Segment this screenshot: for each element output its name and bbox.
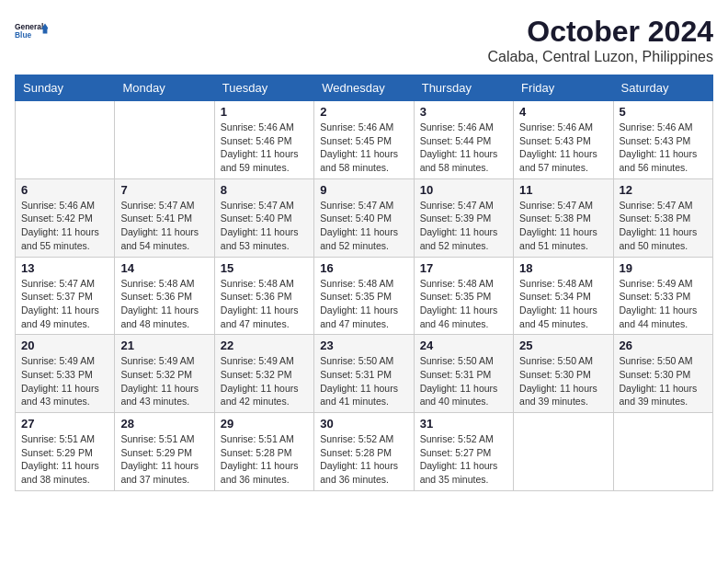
day-number: 31 (420, 417, 507, 431)
calendar-cell-0-1 (115, 101, 214, 179)
calendar-cell-4-0: 27 Sunrise: 5:51 AMSunset: 5:29 PMDaylig… (16, 413, 115, 491)
day-info: Sunrise: 5:48 AMSunset: 5:36 PMDaylight:… (221, 278, 299, 329)
calendar-cell-0-3: 2 Sunrise: 5:46 AMSunset: 5:45 PMDayligh… (314, 101, 414, 179)
day-number: 8 (221, 183, 308, 197)
calendar-cell-4-3: 30 Sunrise: 5:52 AMSunset: 5:28 PMDaylig… (314, 413, 414, 491)
day-info: Sunrise: 5:48 AMSunset: 5:34 PMDaylight:… (519, 278, 597, 329)
calendar-cell-1-0: 6 Sunrise: 5:46 AMSunset: 5:42 PMDayligh… (16, 178, 115, 257)
day-number: 16 (320, 261, 407, 275)
logo: General Blue (15, 15, 48, 48)
day-number: 21 (120, 339, 208, 352)
day-info: Sunrise: 5:46 AMSunset: 5:43 PMDaylight:… (519, 121, 597, 173)
day-info: Sunrise: 5:48 AMSunset: 5:35 PMDaylight:… (420, 278, 498, 329)
calendar-cell-0-5: 4 Sunrise: 5:46 AMSunset: 5:43 PMDayligh… (514, 101, 613, 179)
calendar-cell-2-3: 16 Sunrise: 5:48 AMSunset: 5:35 PMDaylig… (314, 257, 414, 335)
svg-text:Blue: Blue (15, 30, 32, 40)
day-info: Sunrise: 5:50 AMSunset: 5:30 PMDaylight:… (519, 355, 597, 407)
day-info: Sunrise: 5:52 AMSunset: 5:27 PMDaylight:… (420, 433, 498, 485)
calendar-cell-3-0: 20 Sunrise: 5:49 AMSunset: 5:33 PMDaylig… (16, 335, 115, 413)
calendar-cell-3-4: 24 Sunrise: 5:50 AMSunset: 5:31 PMDaylig… (414, 335, 513, 413)
calendar-cell-0-6: 5 Sunrise: 5:46 AMSunset: 5:43 PMDayligh… (613, 101, 712, 179)
svg-text:General: General (15, 22, 43, 31)
week-row-2: 6 Sunrise: 5:46 AMSunset: 5:42 PMDayligh… (16, 178, 713, 257)
calendar-cell-3-1: 21 Sunrise: 5:49 AMSunset: 5:32 PMDaylig… (115, 335, 214, 413)
day-number: 6 (21, 183, 108, 197)
header-sunday: Sunday (16, 75, 115, 101)
week-row-5: 27 Sunrise: 5:51 AMSunset: 5:29 PMDaylig… (16, 413, 713, 491)
day-number: 25 (519, 339, 607, 352)
day-info: Sunrise: 5:52 AMSunset: 5:28 PMDaylight:… (320, 433, 398, 485)
day-number: 17 (420, 261, 507, 275)
header-tuesday: Tuesday (214, 75, 313, 101)
week-row-3: 13 Sunrise: 5:47 AMSunset: 5:37 PMDaylig… (16, 257, 713, 335)
calendar-cell-3-5: 25 Sunrise: 5:50 AMSunset: 5:30 PMDaylig… (514, 335, 613, 413)
month-title: October 2024 (488, 15, 713, 49)
day-number: 18 (519, 261, 607, 275)
header-thursday: Thursday (414, 75, 513, 101)
day-info: Sunrise: 5:47 AMSunset: 5:40 PMDaylight:… (320, 200, 398, 251)
header-friday: Friday (514, 75, 613, 101)
calendar-cell-2-2: 15 Sunrise: 5:48 AMSunset: 5:36 PMDaylig… (214, 257, 313, 335)
calendar-cell-2-6: 19 Sunrise: 5:49 AMSunset: 5:33 PMDaylig… (613, 257, 712, 335)
day-number: 3 (420, 105, 507, 119)
day-info: Sunrise: 5:48 AMSunset: 5:36 PMDaylight:… (120, 278, 199, 329)
day-number: 15 (221, 261, 308, 275)
day-number: 10 (420, 183, 507, 197)
day-info: Sunrise: 5:49 AMSunset: 5:32 PMDaylight:… (221, 355, 299, 407)
day-number: 14 (120, 261, 208, 275)
day-number: 20 (21, 339, 108, 352)
calendar-cell-1-6: 12 Sunrise: 5:47 AMSunset: 5:38 PMDaylig… (613, 178, 712, 257)
day-number: 2 (320, 105, 407, 119)
calendar-cell-2-0: 13 Sunrise: 5:47 AMSunset: 5:37 PMDaylig… (16, 257, 115, 335)
header-wednesday: Wednesday (314, 75, 414, 101)
day-number: 26 (620, 339, 707, 352)
day-info: Sunrise: 5:47 AMSunset: 5:39 PMDaylight:… (420, 200, 498, 251)
day-number: 19 (620, 261, 707, 275)
day-info: Sunrise: 5:47 AMSunset: 5:41 PMDaylight:… (120, 200, 199, 251)
header-saturday: Saturday (613, 75, 712, 101)
day-info: Sunrise: 5:47 AMSunset: 5:38 PMDaylight:… (620, 200, 698, 251)
calendar-cell-4-2: 29 Sunrise: 5:51 AMSunset: 5:28 PMDaylig… (214, 413, 313, 491)
calendar-cell-1-3: 9 Sunrise: 5:47 AMSunset: 5:40 PMDayligh… (314, 178, 414, 257)
day-number: 11 (519, 183, 607, 197)
day-number: 13 (21, 261, 108, 275)
day-info: Sunrise: 5:46 AMSunset: 5:43 PMDaylight:… (620, 121, 698, 173)
calendar-cell-2-4: 17 Sunrise: 5:48 AMSunset: 5:35 PMDaylig… (414, 257, 513, 335)
day-number: 7 (120, 183, 208, 197)
logo-svg: General Blue (15, 15, 48, 48)
calendar: SundayMondayTuesdayWednesdayThursdayFrid… (15, 75, 713, 491)
day-number: 28 (120, 417, 208, 431)
day-info: Sunrise: 5:49 AMSunset: 5:33 PMDaylight:… (21, 355, 99, 407)
calendar-cell-4-4: 31 Sunrise: 5:52 AMSunset: 5:27 PMDaylig… (414, 413, 513, 491)
day-info: Sunrise: 5:50 AMSunset: 5:31 PMDaylight:… (420, 355, 498, 407)
day-info: Sunrise: 5:46 AMSunset: 5:42 PMDaylight:… (21, 200, 99, 251)
day-info: Sunrise: 5:46 AMSunset: 5:45 PMDaylight:… (320, 121, 398, 173)
calendar-cell-0-0 (16, 101, 115, 179)
day-info: Sunrise: 5:47 AMSunset: 5:38 PMDaylight:… (519, 200, 597, 251)
calendar-cell-1-2: 8 Sunrise: 5:47 AMSunset: 5:40 PMDayligh… (214, 178, 313, 257)
day-number: 1 (221, 105, 308, 119)
calendar-cell-2-5: 18 Sunrise: 5:48 AMSunset: 5:34 PMDaylig… (514, 257, 613, 335)
week-row-4: 20 Sunrise: 5:49 AMSunset: 5:33 PMDaylig… (16, 335, 713, 413)
day-info: Sunrise: 5:47 AMSunset: 5:37 PMDaylight:… (21, 278, 99, 329)
title-area: October 2024 Calaba, Central Luzon, Phil… (488, 15, 713, 65)
day-info: Sunrise: 5:46 AMSunset: 5:44 PMDaylight:… (420, 121, 498, 173)
calendar-cell-1-5: 11 Sunrise: 5:47 AMSunset: 5:38 PMDaylig… (514, 178, 613, 257)
calendar-cell-3-2: 22 Sunrise: 5:49 AMSunset: 5:32 PMDaylig… (214, 335, 313, 413)
calendar-cell-0-4: 3 Sunrise: 5:46 AMSunset: 5:44 PMDayligh… (414, 101, 513, 179)
calendar-cell-4-6 (613, 413, 712, 491)
day-info: Sunrise: 5:50 AMSunset: 5:31 PMDaylight:… (320, 355, 398, 407)
day-info: Sunrise: 5:49 AMSunset: 5:32 PMDaylight:… (120, 355, 199, 407)
week-row-1: 1 Sunrise: 5:46 AMSunset: 5:46 PMDayligh… (16, 101, 713, 179)
calendar-cell-1-1: 7 Sunrise: 5:47 AMSunset: 5:41 PMDayligh… (115, 178, 214, 257)
day-info: Sunrise: 5:51 AMSunset: 5:29 PMDaylight:… (120, 433, 199, 485)
day-info: Sunrise: 5:50 AMSunset: 5:30 PMDaylight:… (620, 355, 698, 407)
day-number: 24 (420, 339, 507, 352)
day-info: Sunrise: 5:51 AMSunset: 5:28 PMDaylight:… (221, 433, 299, 485)
header-monday: Monday (115, 75, 214, 101)
day-number: 30 (320, 417, 407, 431)
day-number: 5 (620, 105, 707, 119)
header: General Blue October 2024 Calaba, Centra… (15, 15, 713, 65)
day-number: 29 (221, 417, 308, 431)
calendar-cell-4-5 (514, 413, 613, 491)
